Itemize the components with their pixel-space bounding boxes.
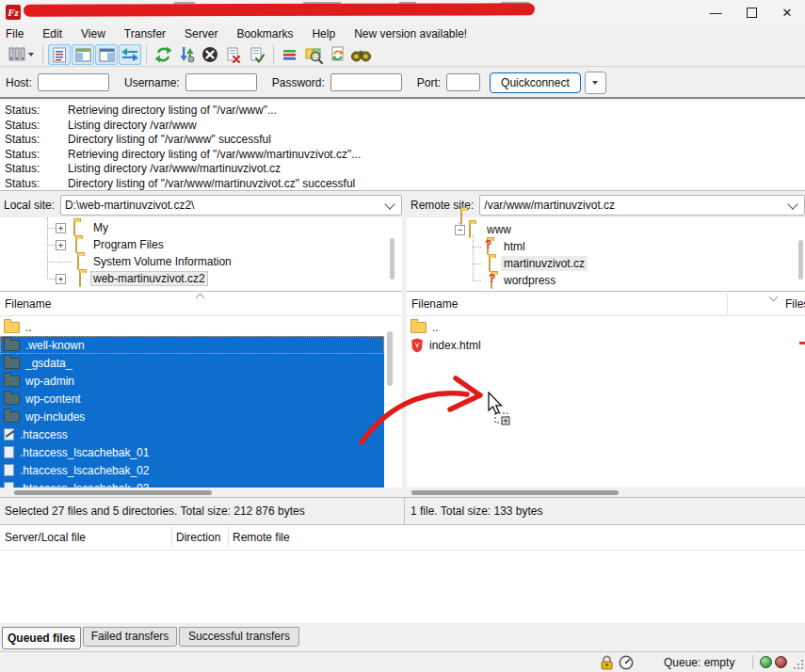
- tree-item-selected[interactable]: martinuvzivot.cz: [501, 256, 588, 271]
- remove-failed-button[interactable]: [222, 44, 245, 65]
- site-manager-dropdown-icon[interactable]: [28, 53, 34, 56]
- tree-expander[interactable]: +: [56, 223, 66, 233]
- site-manager-button[interactable]: [4, 44, 38, 65]
- file-row[interactable]: index.html: [407, 336, 805, 354]
- column-header-local-file[interactable]: Server/Local file: [5, 525, 86, 550]
- local-site-combo[interactable]: D:\web-martinuvzivot.cz2\: [60, 195, 402, 216]
- tab-failed-transfers[interactable]: Failed transfers: [83, 627, 177, 647]
- file-row-selected[interactable]: _gsdata_: [0, 354, 384, 372]
- tree-item[interactable]: My: [90, 220, 111, 235]
- resize-grip[interactable]: [794, 667, 796, 669]
- quickconnect-bar: Host: Username: Password: Port: Quickcon…: [0, 68, 805, 99]
- tree-expander[interactable]: −: [455, 225, 465, 235]
- folder-icon: [4, 376, 20, 387]
- tree-item[interactable]: wordpress: [501, 273, 558, 288]
- column-header-filesize[interactable]: Files: [785, 297, 805, 311]
- process-queue-icon: [179, 46, 195, 63]
- column-header-filename[interactable]: Filename: [411, 297, 458, 311]
- log-row: Status:Retrieving directory listing of "…: [0, 148, 805, 163]
- file-row-selected[interactable]: wp-content: [0, 390, 384, 408]
- file-row[interactable]: ..: [0, 318, 384, 336]
- folder-icon: [4, 393, 20, 405]
- tree-line: [473, 247, 481, 248]
- scrollbar-thumb[interactable]: [390, 238, 394, 280]
- toolbar-separator: [273, 45, 274, 64]
- tree-line: [473, 234, 474, 280]
- site-manager-icon: [8, 47, 25, 62]
- menu-new-version[interactable]: New version available!: [345, 24, 476, 43]
- app-icon: Fz: [6, 5, 21, 20]
- filter-button[interactable]: [279, 44, 301, 65]
- menu-transfer[interactable]: Transfer: [115, 24, 175, 43]
- maximize-button[interactable]: [733, 0, 769, 24]
- file-row-selected[interactable]: .htaccess_lscachebak_03: [0, 479, 384, 488]
- scrollbar-thumb[interactable]: [14, 490, 212, 495]
- file-row-selected[interactable]: .htaccess_lscachebak_01: [0, 443, 384, 461]
- tree-line: [473, 280, 481, 281]
- port-input[interactable]: [446, 73, 480, 91]
- close-button[interactable]: ✕: [769, 0, 805, 24]
- minimize-button[interactable]: —: [698, 0, 733, 24]
- refresh-button[interactable]: [152, 44, 174, 65]
- tab-successful-transfers[interactable]: Successful transfers: [179, 627, 299, 647]
- remote-site-combo[interactable]: /var/www/martinuvzivot.cz: [479, 195, 805, 216]
- tree-expander[interactable]: +: [56, 240, 66, 250]
- compare-button[interactable]: [302, 44, 325, 65]
- column-header-direction[interactable]: Direction: [176, 525, 220, 550]
- menu-bookmarks[interactable]: Bookmarks: [227, 24, 302, 43]
- cancel-button[interactable]: [199, 44, 221, 65]
- username-label: Username:: [124, 76, 180, 89]
- log-row: Status:Listing directory /var/www/martin…: [0, 162, 805, 177]
- file-row[interactable]: ..: [407, 318, 805, 336]
- toggle-local-tree-button[interactable]: [72, 44, 94, 65]
- file-icon: [4, 464, 14, 476]
- file-row-selected[interactable]: .htaccess_lscachebak_02: [0, 461, 384, 479]
- tree-expander[interactable]: +: [56, 274, 66, 284]
- tree-item[interactable]: System Volume Information: [90, 254, 234, 269]
- scrollbar-thumb[interactable]: [411, 490, 619, 495]
- chevron-down-icon[interactable]: [384, 199, 394, 209]
- quickconnect-button[interactable]: Quickconnect: [490, 72, 581, 93]
- host-input[interactable]: [38, 73, 109, 91]
- column-header-remote-file[interactable]: Remote file: [233, 525, 290, 550]
- file-row-selected[interactable]: wp-admin: [0, 372, 384, 390]
- tree-item-selected[interactable]: web-martinuvzivot.cz2: [90, 271, 208, 286]
- sync-browsing-button[interactable]: [326, 44, 348, 65]
- folder-icon: [73, 221, 75, 236]
- toggle-queue-button[interactable]: [119, 44, 141, 65]
- column-divider[interactable]: [228, 527, 229, 548]
- toggle-log-button[interactable]: [48, 44, 71, 65]
- speed-limit-icon: [619, 655, 634, 670]
- username-input[interactable]: [185, 73, 257, 91]
- tree-item[interactable]: www: [484, 222, 514, 237]
- scrollbar-thumb[interactable]: [387, 331, 393, 386]
- password-input[interactable]: [330, 73, 402, 91]
- log-row: Status:Directory listing of "/var/www" s…: [0, 133, 805, 148]
- toggle-remote-tree-button[interactable]: [95, 44, 118, 65]
- quickconnect-dropdown-button[interactable]: [585, 72, 606, 94]
- menu-server[interactable]: Server: [175, 24, 227, 43]
- column-header-filename[interactable]: Filename: [5, 297, 51, 311]
- tree-item[interactable]: html: [501, 239, 528, 254]
- file-edit-icon: [4, 428, 14, 440]
- menu-file[interactable]: File: [0, 24, 33, 43]
- file-row-selected[interactable]: .htaccess: [0, 425, 384, 443]
- chevron-down-icon[interactable]: [787, 199, 797, 209]
- find-files-button[interactable]: [349, 44, 372, 65]
- folder-icon: [411, 322, 427, 333]
- column-divider[interactable]: [727, 294, 728, 314]
- file-row-selected[interactable]: wp-includes: [0, 408, 384, 425]
- pane-splitter[interactable]: [402, 193, 407, 497]
- filter-icon: [282, 48, 298, 61]
- menu-help[interactable]: Help: [302, 24, 345, 43]
- tab-queued-files[interactable]: Queued files: [2, 627, 81, 649]
- process-queue-button[interactable]: [175, 44, 198, 65]
- check-transfers-button[interactable]: [246, 44, 268, 65]
- column-divider[interactable]: [171, 527, 172, 548]
- menu-edit[interactable]: Edit: [33, 24, 72, 43]
- menu-view[interactable]: View: [72, 24, 115, 43]
- tree-item[interactable]: Program Files: [90, 237, 167, 252]
- check-transfers-icon: [250, 47, 265, 63]
- file-row-selected[interactable]: .well-known: [0, 336, 384, 354]
- scrollbar-thumb[interactable]: [798, 240, 803, 280]
